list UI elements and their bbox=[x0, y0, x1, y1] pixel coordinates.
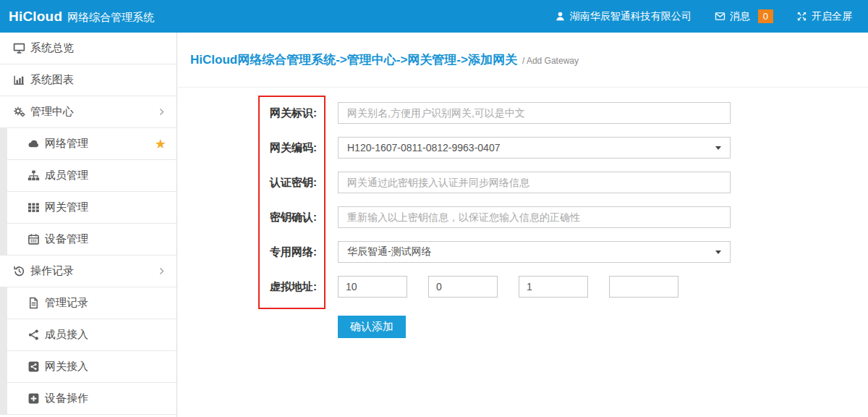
breadcrumb-suffix: / Add Gateway bbox=[522, 54, 579, 66]
confirm-add-button[interactable]: 确认添加 bbox=[338, 316, 406, 338]
private-network-select[interactable]: 华辰智通-测试网络 bbox=[338, 241, 731, 263]
caret-down-icon bbox=[715, 146, 721, 150]
messages-menu[interactable]: 消息 0 bbox=[715, 9, 773, 23]
sidebar-item-label: 网络管理 bbox=[45, 137, 88, 151]
gateway-name-input[interactable] bbox=[338, 102, 731, 124]
auth-key-label: 认证密钥: bbox=[178, 176, 317, 190]
expand-arrows-icon bbox=[796, 11, 807, 22]
key-confirm-label: 密钥确认: bbox=[178, 211, 317, 224]
breadcrumb-bar: HiCloud网络综合管理系统->管理中心->网关管理->添加网关 / Add … bbox=[178, 33, 868, 88]
sitemap-icon bbox=[27, 169, 40, 182]
virtual-address-octet-3[interactable] bbox=[519, 276, 588, 298]
sidebar-item-label: 系统图表 bbox=[30, 73, 74, 87]
sidebar-item-label: 操作记录 bbox=[30, 264, 74, 278]
management-center-submenu: 网络管理 ★ 成员管理 网关管理 bbox=[0, 128, 176, 256]
sidebar: 系统总览 系统图表 管理中心 网络管理 ★ bbox=[0, 33, 177, 417]
add-gateway-form: 网关标识: 网关编码: H120-1607-0811-0812-9963-040… bbox=[178, 88, 868, 338]
chevron-right-icon bbox=[157, 266, 166, 276]
brand-name: HiCloud bbox=[9, 9, 62, 25]
caret-down-icon bbox=[715, 250, 721, 254]
sidebar-item-label: 网关管理 bbox=[45, 201, 88, 214]
cloud-icon bbox=[27, 138, 40, 150]
sidebar-item-gateway-access[interactable]: 网关接入 bbox=[7, 351, 176, 383]
sidebar-item-system-overview[interactable]: 系统总览 bbox=[0, 33, 176, 64]
history-icon bbox=[13, 265, 25, 277]
fullscreen-toggle[interactable]: 开启全屏 bbox=[796, 10, 852, 23]
sidebar-item-management-center[interactable]: 管理中心 bbox=[0, 96, 176, 128]
envelope-icon bbox=[715, 11, 726, 22]
private-network-value: 华辰智通-测试网络 bbox=[347, 245, 432, 258]
chevron-right-icon bbox=[157, 107, 166, 117]
operation-records-submenu: 管理记录 成员接入 网关接入 bbox=[0, 287, 176, 415]
top-navbar: HiCloud 网络综合管理系统 湖南华辰智通科技有限公司 消息 0 开启全屏 bbox=[0, 0, 868, 33]
user-icon bbox=[555, 11, 566, 22]
sidebar-item-label: 成员管理 bbox=[45, 169, 88, 182]
sidebar-item-network-management[interactable]: 网络管理 ★ bbox=[7, 128, 176, 160]
gateway-code-select[interactable]: H120-1607-0811-0812-9963-0407 bbox=[338, 137, 731, 159]
private-network-label: 专用网络: bbox=[178, 245, 317, 259]
sidebar-item-member-access[interactable]: 成员接入 bbox=[7, 319, 176, 351]
share-nodes-icon bbox=[27, 329, 40, 341]
gateway-code-label: 网关编码: bbox=[178, 141, 317, 155]
sidebar-item-label: 成员接入 bbox=[45, 328, 88, 342]
virtual-address-octet-2[interactable] bbox=[428, 276, 498, 298]
virtual-address-octet-1[interactable] bbox=[338, 276, 407, 298]
virtual-address-octet-4[interactable] bbox=[609, 276, 678, 298]
form-row-private-network: 专用网络: 华辰智通-测试网络 bbox=[178, 241, 868, 263]
form-row-gateway-name: 网关标识: bbox=[178, 102, 868, 124]
sidebar-item-device-management[interactable]: 设备管理 bbox=[7, 224, 176, 256]
share-square-icon bbox=[27, 361, 40, 373]
file-text-icon bbox=[27, 297, 40, 309]
account-menu[interactable]: 湖南华辰智通科技有限公司 bbox=[555, 10, 692, 23]
sidebar-item-label: 系统总览 bbox=[30, 41, 74, 55]
breadcrumb: HiCloud网络综合管理系统->管理中心->网关管理->添加网关 bbox=[190, 51, 517, 68]
bar-chart-icon bbox=[13, 74, 25, 86]
sidebar-item-label: 设备操作 bbox=[45, 392, 88, 405]
sidebar-item-member-management[interactable]: 成员管理 bbox=[7, 160, 176, 192]
form-row-gateway-code: 网关编码: H120-1607-0811-0812-9963-0407 bbox=[178, 137, 868, 159]
gears-icon bbox=[13, 106, 25, 118]
form-row-virtual-address: 虚拟地址: bbox=[178, 276, 868, 298]
sidebar-item-management-records[interactable]: 管理记录 bbox=[7, 287, 176, 319]
main-content: HiCloud网络综合管理系统->管理中心->网关管理->添加网关 / Add … bbox=[178, 33, 868, 338]
desktop-icon bbox=[13, 42, 25, 54]
gateway-name-label: 网关标识: bbox=[178, 106, 317, 120]
fullscreen-label: 开启全屏 bbox=[812, 10, 852, 23]
sidebar-item-label: 设备管理 bbox=[45, 232, 88, 246]
favorite-star-icon[interactable]: ★ bbox=[155, 138, 166, 151]
plus-square-icon bbox=[27, 392, 40, 405]
sidebar-item-label: 管理记录 bbox=[45, 296, 88, 310]
sidebar-item-operation-records[interactable]: 操作记录 bbox=[0, 256, 176, 287]
sidebar-item-gateway-management[interactable]: 网关管理 bbox=[7, 192, 176, 224]
form-row-auth-key: 认证密钥: bbox=[178, 172, 868, 193]
company-name: 湖南华辰智通科技有限公司 bbox=[570, 10, 692, 23]
sidebar-item-label: 管理中心 bbox=[30, 105, 74, 119]
sidebar-item-label: 网关接入 bbox=[45, 360, 88, 374]
form-row-key-confirm: 密钥确认: bbox=[178, 206, 868, 228]
sidebar-item-system-charts[interactable]: 系统图表 bbox=[0, 64, 176, 96]
messages-label: 消息 bbox=[730, 10, 750, 23]
brand-subtitle: 网络综合管理系统 bbox=[67, 11, 154, 25]
app-logo: HiCloud 网络综合管理系统 bbox=[0, 9, 154, 25]
messages-count-badge: 0 bbox=[758, 9, 773, 23]
virtual-address-label: 虚拟地址: bbox=[178, 280, 317, 294]
auth-key-input[interactable] bbox=[338, 172, 731, 193]
grid-icon bbox=[27, 201, 40, 214]
calendar-icon bbox=[27, 233, 40, 245]
sidebar-item-device-operations[interactable]: 设备操作 bbox=[7, 383, 176, 415]
gateway-code-value: H120-1607-0811-0812-9963-0407 bbox=[347, 142, 500, 153]
key-confirm-input[interactable] bbox=[338, 206, 731, 228]
